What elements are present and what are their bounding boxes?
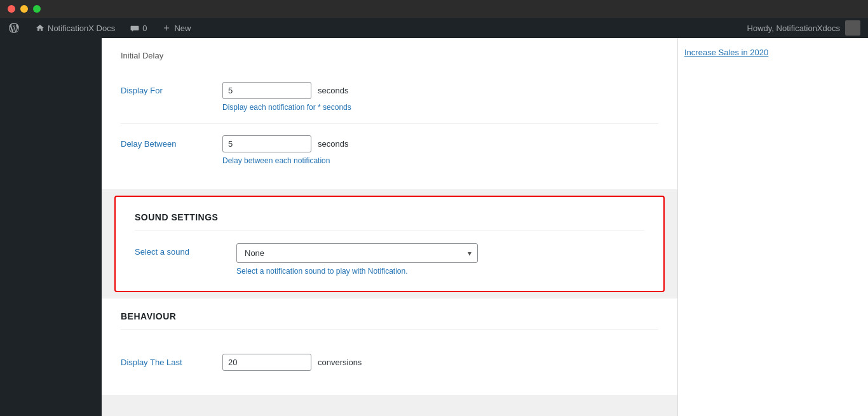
timing-section: Initial Delay Display For seconds Displa… (102, 38, 677, 189)
delay-between-input[interactable] (222, 135, 311, 152)
sound-settings-title: SOUND SETTINGS (135, 212, 644, 231)
display-for-row: Display For seconds Display each notific… (121, 70, 658, 124)
sound-select[interactable]: None Sound 1 Sound 2 Sound 3 (236, 243, 478, 263)
display-last-unit: conversions (318, 358, 362, 367)
wordpress-icon (8, 22, 20, 34)
display-for-label: Display For (121, 82, 222, 95)
main-content: Initial Delay Display For seconds Displa… (102, 38, 677, 416)
display-last-input[interactable] (222, 354, 311, 371)
maximize-button[interactable] (33, 5, 41, 13)
home-icon (36, 23, 44, 32)
display-for-control: seconds Display each notification for * … (222, 82, 658, 112)
comment-icon (130, 23, 139, 32)
user-menu[interactable]: Howdy, NotificationXdocs (740, 18, 868, 38)
display-for-input[interactable] (222, 82, 311, 99)
user-avatar (845, 20, 860, 36)
display-last-label: Display The Last (121, 354, 222, 367)
titlebar (0, 0, 868, 18)
behaviour-title: BEHAVIOUR (121, 311, 658, 330)
plus-icon (162, 23, 171, 32)
sound-select-wrapper: None Sound 1 Sound 2 Sound 3 ▾ (236, 243, 478, 263)
initial-delay-label: Initial Delay (121, 51, 658, 60)
increase-sales-link[interactable]: Increase Sales in 2020 (684, 44, 862, 60)
new-item[interactable]: New (154, 18, 198, 38)
display-for-hint: Display each notification for * seconds (222, 103, 658, 112)
minimize-button[interactable] (20, 5, 28, 13)
comments-count: 0 (142, 23, 147, 33)
comments-item[interactable]: 0 (123, 18, 154, 38)
delay-between-control: seconds Delay between each notification (222, 135, 658, 165)
delay-between-row: Delay Between seconds Delay between each… (121, 124, 658, 177)
display-last-row: Display The Last conversions (121, 342, 658, 382)
select-sound-label: Select a sound (135, 243, 236, 257)
howdy-text: Howdy, NotificationXdocs (747, 23, 840, 33)
right-sidebar: Increase Sales in 2020 (677, 38, 868, 416)
wp-logo-item[interactable] (0, 18, 28, 38)
select-sound-control: None Sound 1 Sound 2 Sound 3 ▾ Select a … (236, 243, 644, 276)
delay-between-hint: Delay between each notification (222, 156, 658, 165)
display-for-unit: seconds (318, 86, 348, 95)
delay-between-label: Delay Between (121, 135, 222, 149)
sound-settings-section: SOUND SETTINGS Select a sound None Sound… (114, 196, 665, 292)
delay-between-unit: seconds (318, 139, 348, 149)
select-sound-row: Select a sound None Sound 1 Sound 2 Soun… (135, 243, 644, 276)
sound-select-hint: Select a notification sound to play with… (236, 267, 644, 276)
display-last-control: conversions (222, 354, 658, 371)
admin-bar: NotificationX Docs 0 New Howdy, Notifica… (0, 18, 868, 38)
site-name-label: NotificationX Docs (48, 23, 115, 33)
site-name-item[interactable]: NotificationX Docs (28, 18, 123, 38)
new-label: New (174, 23, 191, 33)
close-button[interactable] (8, 5, 15, 13)
sidebar (0, 38, 102, 416)
behaviour-section: BEHAVIOUR Display The Last conversions (102, 299, 677, 395)
